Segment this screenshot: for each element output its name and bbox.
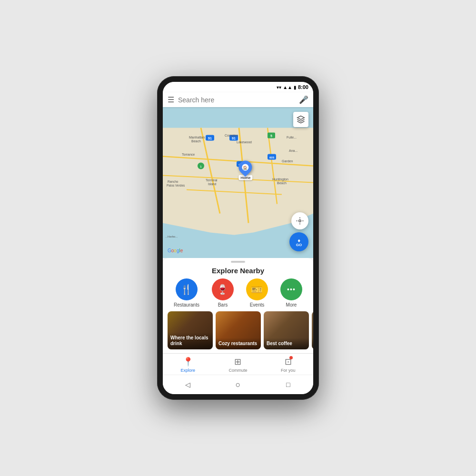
signal-icon: ▲▲ (283, 85, 292, 90)
card-cozy-restaurants[interactable]: Cozy restaurants (216, 311, 261, 349)
home-pin: 🏠 Home (238, 161, 252, 180)
svg-text:Rancho: Rancho (168, 180, 178, 183)
bars-icon: 🍷 (212, 278, 234, 300)
more-icon: ••• (280, 278, 302, 300)
map-layers-button[interactable] (293, 112, 308, 127)
nav-commute[interactable]: ⊞ Commute (213, 357, 263, 373)
svg-text:Fulle...: Fulle... (287, 136, 297, 139)
card-overlay-outdoor: Ou... (312, 338, 313, 349)
svg-text:Compton: Compton (225, 134, 238, 138)
svg-text:Beach: Beach (191, 139, 201, 143)
category-restaurants[interactable]: 🍴 Restaurants (174, 278, 199, 307)
restaurants-label: Restaurants (174, 302, 199, 307)
home-button[interactable]: ○ (231, 378, 245, 391)
hamburger-icon[interactable]: ☰ (168, 95, 174, 104)
search-bar[interactable]: ☰ 🎤 (163, 92, 313, 107)
svg-text:605: 605 (269, 156, 275, 159)
place-cards-row: Where the locals drink Cozy restaurants … (163, 311, 313, 353)
svg-text:5: 5 (270, 134, 272, 138)
for-you-nav-label: For you (281, 368, 296, 373)
card-label-locals: Where the locals drink (170, 335, 210, 347)
svg-text:...Harbo...: ...Harbo... (165, 235, 178, 238)
recents-icon: □ (286, 381, 290, 388)
explore-nearby-title: Explore Nearby (163, 265, 313, 278)
svg-text:Lakewood: Lakewood (237, 140, 252, 144)
nav-explore[interactable]: 📍 Explore (163, 357, 213, 373)
svg-text:Beach: Beach (277, 181, 287, 185)
svg-text:Terminal: Terminal (206, 178, 218, 182)
go-arrow-icon: ⬧ (297, 237, 301, 243)
svg-text:Manhattan: Manhattan (189, 136, 205, 139)
nav-for-you[interactable]: ⊡ For you (263, 357, 313, 373)
category-row: 🍴 Restaurants 🍷 Bars 🎫 Events ••• More (163, 278, 313, 311)
card-outdoor[interactable]: Ou... (312, 311, 313, 349)
drag-handle (231, 261, 245, 263)
explore-nav-label: Explore (180, 368, 195, 373)
commute-nav-icon: ⊞ (234, 357, 241, 367)
phone-screen: ▾▾ ▲▲ ▮ 8:00 ☰ 🎤 (163, 82, 313, 394)
events-icon: 🎫 (246, 278, 268, 300)
bottom-nav: 📍 Explore ⊞ Commute ⊡ For you (163, 353, 313, 375)
map-svg: 91 91 5 405 605 1 Manhattan Beach Compto… (163, 107, 313, 258)
layers-icon (297, 115, 305, 124)
notification-badge (289, 356, 293, 359)
category-more[interactable]: ••• More (280, 278, 302, 307)
commute-nav-label: Commute (228, 368, 247, 373)
svg-text:91: 91 (208, 137, 212, 140)
category-events[interactable]: 🎫 Events (246, 278, 268, 307)
card-locals-drink[interactable]: Where the locals drink (168, 311, 213, 349)
recents-button[interactable]: □ (281, 378, 295, 391)
for-you-badge-container: ⊡ (285, 357, 292, 367)
battery-icon: ▮ (294, 85, 297, 90)
go-label: GO (296, 243, 302, 247)
home-pin-circle: 🏠 (236, 158, 255, 177)
svg-text:Palos Verdes: Palos Verdes (167, 184, 185, 187)
svg-text:Torrance: Torrance (182, 153, 195, 156)
android-nav: ◁ ○ □ (163, 375, 313, 394)
card-label-cozy: Cozy restaurants (218, 341, 258, 347)
bars-label: Bars (218, 302, 228, 307)
explore-nav-icon: 📍 (183, 357, 193, 367)
home-icon: ○ (236, 380, 241, 390)
wifi-icon: ▾▾ (277, 85, 281, 90)
category-bars[interactable]: 🍷 Bars (212, 278, 234, 307)
events-label: Events (250, 302, 265, 307)
svg-text:91: 91 (232, 137, 236, 140)
back-button[interactable]: ◁ (181, 378, 195, 391)
phone-device: ▾▾ ▲▲ ▮ 8:00 ☰ 🎤 (157, 76, 319, 400)
card-best-coffee[interactable]: Best coffee (264, 311, 309, 349)
svg-text:Huntington: Huntington (272, 178, 288, 181)
map-area[interactable]: 91 91 5 405 605 1 Manhattan Beach Compto… (163, 107, 313, 258)
google-logo: Google (168, 248, 183, 253)
back-icon: ◁ (185, 381, 190, 388)
bottom-panel: Explore Nearby 🍴 Restaurants 🍷 Bars 🎫 Ev… (163, 258, 313, 375)
restaurants-icon: 🍴 (176, 278, 198, 300)
go-button[interactable]: ⬧ GO (289, 232, 308, 251)
status-icons: ▾▾ ▲▲ ▮ 8:00 (277, 84, 308, 90)
search-input[interactable] (178, 96, 295, 104)
svg-text:Island: Island (208, 182, 217, 186)
card-label-coffee: Best coffee (267, 341, 306, 347)
svg-text:Ana...: Ana... (289, 149, 298, 152)
my-location-button[interactable] (291, 212, 308, 229)
status-bar: ▾▾ ▲▲ ▮ 8:00 (163, 82, 313, 92)
more-label: More (286, 302, 297, 307)
svg-point-35 (299, 220, 301, 222)
card-overlay-coffee: Best coffee (264, 338, 309, 349)
status-time: 8:00 (298, 84, 308, 90)
location-icon (296, 217, 304, 225)
mic-icon[interactable]: 🎤 (299, 95, 308, 104)
card-overlay: Where the locals drink (168, 332, 213, 349)
svg-text:Garden: Garden (282, 159, 293, 163)
card-overlay-cozy: Cozy restaurants (216, 338, 261, 349)
